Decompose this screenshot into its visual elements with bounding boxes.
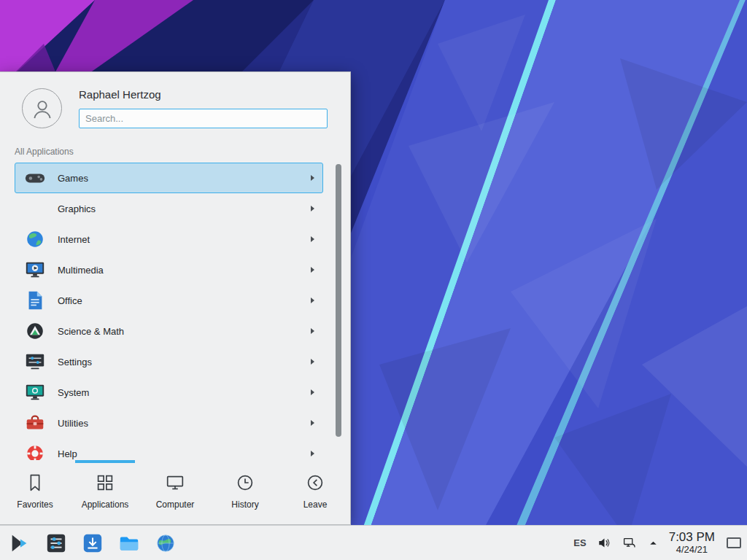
tab-bar: Favorites Applications Computer History …: [0, 460, 350, 524]
category-multimedia[interactable]: Multimedia: [15, 254, 323, 285]
category-list: Games Graphics Internet Multimedia Offic…: [0, 163, 350, 462]
submenu-arrow-icon: [311, 175, 314, 181]
discover-icon: [82, 532, 104, 554]
category-label: Utilities: [58, 418, 88, 429]
submenu-arrow-icon: [311, 389, 314, 395]
settings-icon: [24, 351, 46, 373]
system-icon: [24, 381, 46, 403]
tab-leave[interactable]: Leave: [280, 460, 350, 524]
application-launcher: Raphael Hertzog All Applications Games G…: [0, 71, 351, 525]
category-internet[interactable]: Internet: [15, 224, 323, 254]
volume-icon[interactable]: [597, 535, 612, 551]
tab-computer[interactable]: Computer: [140, 460, 210, 524]
clock[interactable]: 7:03 PM 4/24/21: [669, 530, 715, 555]
grid-icon: [94, 472, 116, 494]
dolphin-button[interactable]: [115, 529, 143, 557]
clock-date: 4/24/21: [676, 545, 708, 556]
category-label: Office: [58, 295, 82, 306]
network-icon[interactable]: [622, 535, 638, 551]
computer-icon: [164, 472, 186, 494]
keyboard-layout-indicator[interactable]: ES: [573, 537, 586, 548]
tab-label: Leave: [303, 499, 328, 510]
category-office[interactable]: Office: [15, 285, 323, 316]
help-icon: [24, 443, 46, 462]
category-label: Internet: [58, 234, 90, 245]
browser-button[interactable]: [152, 529, 179, 557]
utilities-icon: [24, 412, 46, 434]
system-tray: ES 7:03 PM 4/24/21: [573, 530, 741, 555]
clock-time: 7:03 PM: [669, 530, 715, 545]
leave-icon: [304, 472, 326, 494]
taskbar: ES 7:03 PM 4/24/21: [0, 525, 747, 560]
section-label: All Applications: [15, 147, 74, 157]
games-icon: [24, 167, 46, 189]
category-label: Help: [58, 448, 77, 459]
category-label: Graphics: [58, 203, 96, 214]
submenu-arrow-icon: [311, 359, 314, 365]
kde-launcher-icon: [9, 532, 31, 554]
submenu-arrow-icon: [311, 267, 314, 273]
settings-app-button[interactable]: [42, 529, 70, 557]
science-icon: [24, 320, 46, 342]
category-help[interactable]: Help: [15, 438, 323, 462]
clock-icon: [234, 472, 256, 494]
internet-icon: [24, 228, 46, 250]
tab-favorites[interactable]: Favorites: [0, 460, 70, 524]
submenu-arrow-icon: [311, 328, 314, 334]
tab-applications[interactable]: Applications: [70, 460, 140, 524]
scrollbar[interactable]: [336, 164, 341, 459]
show-desktop-button[interactable]: [727, 537, 741, 548]
search-input[interactable]: [79, 109, 328, 128]
category-utilities[interactable]: Utilities: [15, 408, 323, 438]
submenu-arrow-icon: [311, 236, 314, 242]
category-label: Games: [58, 173, 88, 184]
category-label: Multimedia: [58, 265, 104, 276]
office-icon: [24, 289, 46, 311]
scrollbar-thumb[interactable]: [336, 164, 341, 437]
tab-history[interactable]: History: [210, 460, 280, 524]
user-icon: [28, 95, 56, 122]
submenu-arrow-icon: [311, 298, 314, 303]
settings-app-icon: [45, 532, 67, 554]
category-label: Settings: [58, 357, 92, 368]
category-settings[interactable]: Settings: [15, 346, 323, 377]
kde-launcher-button[interactable]: [6, 529, 34, 557]
tab-label: Applications: [82, 499, 129, 510]
submenu-arrow-icon: [311, 420, 314, 426]
avatar[interactable]: [22, 88, 62, 128]
graphics-icon: [24, 198, 46, 219]
category-system[interactable]: System: [15, 377, 323, 408]
category-label: Science & Math: [58, 326, 124, 337]
tab-label: Computer: [156, 499, 195, 510]
dolphin-icon: [118, 532, 140, 554]
user-name: Raphael Hertzog: [79, 88, 161, 101]
active-tab-indicator: [75, 460, 135, 463]
category-games[interactable]: Games: [15, 163, 323, 193]
multimedia-icon: [24, 259, 46, 281]
tray-expander-icon[interactable]: [648, 537, 659, 548]
browser-icon: [155, 532, 177, 554]
submenu-arrow-icon: [311, 206, 314, 211]
taskbar-launchers: [6, 529, 179, 557]
tab-label: History: [231, 499, 258, 510]
category-label: System: [58, 387, 89, 398]
discover-button[interactable]: [79, 529, 107, 557]
tab-label: Favorites: [17, 499, 53, 510]
category-science-math[interactable]: Science & Math: [15, 316, 323, 346]
category-graphics[interactable]: Graphics: [15, 193, 323, 224]
submenu-arrow-icon: [311, 451, 314, 456]
bookmark-icon: [24, 472, 46, 494]
